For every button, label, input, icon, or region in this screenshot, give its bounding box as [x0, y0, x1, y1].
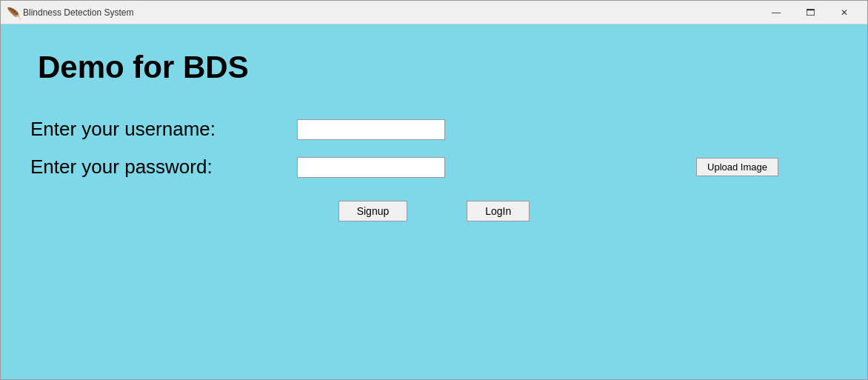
- username-label: Enter your username:: [30, 118, 282, 141]
- password-row: Enter your password: Upload Image: [30, 156, 838, 179]
- signup-button[interactable]: Signup: [338, 201, 408, 221]
- login-button[interactable]: LogIn: [467, 201, 530, 221]
- titlebar-title: Blindness Detection System: [23, 7, 133, 18]
- app-title: Demo for BDS: [30, 47, 838, 88]
- main-content: Demo for BDS Enter your username: Enter …: [1, 24, 867, 379]
- close-button[interactable]: ✕: [827, 1, 861, 24]
- app-icon: 🪶: [7, 7, 19, 19]
- password-label: Enter your password:: [30, 156, 282, 179]
- app-window: 🪶 Blindness Detection System — 🗖 ✕ Demo …: [0, 0, 868, 380]
- titlebar-left: 🪶 Blindness Detection System: [7, 7, 133, 19]
- minimize-button[interactable]: —: [759, 1, 793, 24]
- form-area: Enter your username: Enter your password…: [30, 118, 838, 179]
- window-controls: — 🗖 ✕: [759, 1, 861, 24]
- titlebar: 🪶 Blindness Detection System — 🗖 ✕: [1, 1, 867, 24]
- username-row: Enter your username:: [30, 118, 838, 141]
- upload-image-button[interactable]: Upload Image: [696, 158, 778, 176]
- username-input[interactable]: [297, 119, 445, 140]
- password-input[interactable]: [297, 157, 445, 178]
- restore-button[interactable]: 🗖: [793, 1, 827, 24]
- action-buttons-row: Signup LogIn: [30, 201, 838, 221]
